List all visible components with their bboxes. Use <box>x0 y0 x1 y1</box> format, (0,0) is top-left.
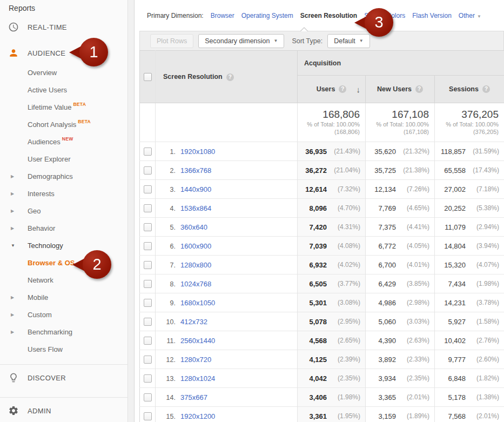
chevron-down-icon[interactable]: ▼ <box>11 243 15 248</box>
row-number: 12. <box>163 356 176 364</box>
row-checkbox[interactable] <box>144 393 152 401</box>
dimension-link-other[interactable]: Other▼ <box>459 12 481 19</box>
row-checkbox[interactable] <box>144 166 152 175</box>
resolution-link[interactable]: 1600x900 <box>180 242 211 250</box>
new-users-percent: (3.85%) <box>396 280 429 287</box>
sessions-value: 11,079 <box>445 223 466 231</box>
sidebar-item-active-users[interactable]: Active Users <box>0 81 134 98</box>
row-checkbox[interactable] <box>144 223 152 231</box>
secondary-dimension-button[interactable]: Secondary dimension ▼ <box>198 34 284 48</box>
sidebar-item-users-flow[interactable]: Users Flow <box>0 340 134 358</box>
row-checkbox[interactable] <box>144 374 152 383</box>
row-checkbox[interactable] <box>144 148 152 156</box>
sidebar-item-overview[interactable]: Overview <box>0 64 134 81</box>
table-row: 6.1600x9007,039(4.08%)6,772(4.05%)14,804… <box>140 237 504 256</box>
row-checkbox[interactable] <box>144 337 152 345</box>
resolution-link[interactable]: 1920x1200 <box>180 412 215 420</box>
sessions-percent: (1.38%) <box>466 393 499 401</box>
column-header-new-users[interactable]: New Users? <box>366 76 435 103</box>
sidebar-item-demographics[interactable]: ▶Demographics <box>0 168 134 185</box>
resolution-link[interactable]: 1920x1080 <box>180 148 215 156</box>
sidebar-item-benchmarking[interactable]: ▶Benchmarking <box>0 323 134 340</box>
sidebar-item-discover[interactable]: DISCOVER <box>0 365 134 391</box>
sidebar-item-cohort-analysis[interactable]: Cohort AnalysisBETA <box>0 116 134 133</box>
column-header-sessions[interactable]: Sessions? <box>435 76 504 103</box>
dimension-link-flash-version[interactable]: Flash Version <box>412 12 452 19</box>
resolution-link[interactable]: 1024x768 <box>180 280 211 288</box>
sessions-value: 20,252 <box>444 204 466 212</box>
badge-new: NEW <box>62 136 73 142</box>
sidebar-item-custom[interactable]: ▶Custom <box>0 306 134 323</box>
person-icon <box>8 48 19 58</box>
row-checkbox[interactable] <box>144 412 152 420</box>
row-checkbox[interactable] <box>144 204 152 212</box>
chevron-right-icon[interactable]: ▶ <box>11 209 14 213</box>
select-all-checkbox[interactable] <box>144 73 152 81</box>
resolution-link[interactable]: 1536x864 <box>180 204 211 212</box>
row-checkbox[interactable] <box>144 261 152 269</box>
plot-rows-button[interactable]: Plot Rows <box>150 34 193 48</box>
sidebar-scrollbar[interactable] <box>127 0 134 422</box>
row-checkbox[interactable] <box>144 299 152 307</box>
resolution-link[interactable]: 360x640 <box>180 223 207 231</box>
row-dimension-cell: 8.1024x768 <box>156 274 298 293</box>
new-users-percent: (2.98%) <box>396 299 429 306</box>
chevron-right-icon[interactable]: ▶ <box>11 191 14 196</box>
table-toolbar: Plot Rows Secondary dimension ▼ Sort Typ… <box>139 31 504 50</box>
row-number: 2. <box>163 167 176 175</box>
row-checkbox[interactable] <box>144 242 152 250</box>
row-checkbox[interactable] <box>144 356 152 364</box>
sidebar-item-behavior[interactable]: ▶Behavior <box>0 219 134 237</box>
resolution-link[interactable]: 1366x768 <box>180 166 211 175</box>
row-checkbox[interactable] <box>144 318 152 326</box>
chevron-right-icon[interactable]: ▶ <box>11 226 14 231</box>
resolution-link[interactable]: 1280x1024 <box>180 374 215 383</box>
chevron-right-icon[interactable]: ▶ <box>11 295 14 300</box>
sidebar-item-geo[interactable]: ▶Geo <box>0 202 134 219</box>
new-users-percent: (4.65%) <box>396 204 429 212</box>
sidebar-item-audiences[interactable]: AudiencesNEW <box>0 133 134 150</box>
sort-type-select[interactable]: Default ▼ <box>327 34 370 48</box>
dimension-column-header[interactable]: Screen Resolution? <box>156 51 298 103</box>
dimension-link-operating-system[interactable]: Operating System <box>241 12 293 19</box>
sidebar-item-label: Interests <box>28 190 55 198</box>
new-users-percent: (3.03%) <box>396 318 429 325</box>
row-checkbox[interactable] <box>144 185 152 193</box>
chevron-right-icon[interactable]: ▶ <box>11 174 14 179</box>
sidebar-item-interests[interactable]: ▶Interests <box>0 185 134 202</box>
resolution-link[interactable]: 1440x900 <box>180 185 211 193</box>
dimension-link-screen-resolution[interactable]: Screen Resolution <box>300 12 357 19</box>
help-icon[interactable]: ? <box>482 85 490 93</box>
help-icon[interactable]: ? <box>226 73 234 81</box>
sidebar-item-network[interactable]: Network <box>0 271 134 289</box>
sessions-cell: 20,252(5.38%) <box>435 199 504 218</box>
new-users-value: 35,725 <box>374 166 396 175</box>
sidebar-item-mobile[interactable]: ▶Mobile <box>0 289 134 306</box>
dimension-link-screen-colors[interactable]: Screen Colors <box>364 12 405 19</box>
dimension-header-label: Screen Resolution <box>163 73 223 81</box>
help-icon[interactable]: ? <box>339 85 346 93</box>
row-checkbox[interactable] <box>144 280 152 288</box>
resolution-link[interactable]: 1680x1050 <box>180 299 215 307</box>
row-dimension-cell: 3.1440x900 <box>156 180 298 199</box>
resolution-link[interactable]: 2560x1440 <box>180 337 215 345</box>
resolution-link[interactable]: 412x732 <box>180 318 207 326</box>
chevron-right-icon[interactable]: ▶ <box>11 312 14 317</box>
sidebar-item-user-explorer[interactable]: User Explorer <box>0 150 134 168</box>
sidebar-item-browser-os[interactable]: Browser & OS <box>0 254 134 271</box>
resolution-link[interactable]: 1280x720 <box>180 356 211 364</box>
sort-descending-icon[interactable]: ↓ <box>357 85 361 94</box>
sidebar-item-audience[interactable]: AUDIENCE <box>0 42 134 64</box>
table-row: 13.1280x10244,042(2.35%)3,934(2.35%)6,84… <box>140 369 504 388</box>
row-checkbox-cell <box>140 199 156 218</box>
sidebar-item-lifetime-value[interactable]: Lifetime ValueBETA <box>0 98 134 116</box>
sidebar-item-real-time[interactable]: REAL-TIME <box>0 16 134 38</box>
dimension-link-browser[interactable]: Browser <box>211 12 234 19</box>
chevron-right-icon[interactable]: ▶ <box>11 330 14 334</box>
help-icon[interactable]: ? <box>415 85 423 93</box>
resolution-link[interactable]: 375x667 <box>180 393 207 401</box>
column-header-users[interactable]: Users? ↓ <box>298 76 366 103</box>
resolution-link[interactable]: 1280x800 <box>180 261 211 269</box>
sidebar-item-admin[interactable]: ADMIN <box>0 398 134 422</box>
sidebar-item-technology[interactable]: ▼Technology <box>0 237 134 254</box>
